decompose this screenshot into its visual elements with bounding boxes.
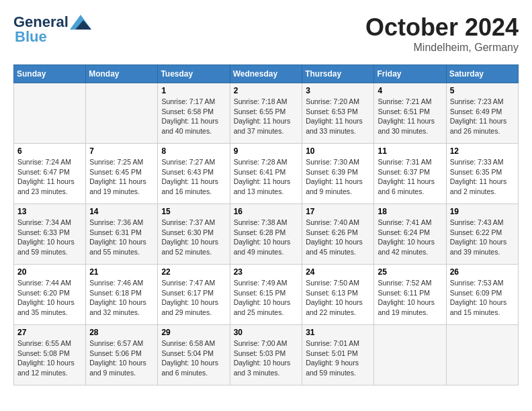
day-number: 6 bbox=[17, 146, 82, 156]
day-cell: 26Sunrise: 7:53 AMSunset: 6:09 PMDayligh… bbox=[446, 265, 518, 325]
day-detail: Sunrise: 7:52 AMSunset: 6:11 PMDaylight:… bbox=[378, 278, 442, 318]
day-cell: 19Sunrise: 7:43 AMSunset: 6:22 PMDayligh… bbox=[446, 204, 518, 265]
day-detail: Sunrise: 7:28 AMSunset: 6:41 PMDaylight:… bbox=[234, 157, 299, 197]
page-header: General Blue October 2024 Mindelheim, Ge… bbox=[13, 13, 519, 54]
day-number: 1 bbox=[161, 86, 226, 95]
day-detail: Sunrise: 7:41 AMSunset: 6:24 PMDaylight:… bbox=[378, 218, 442, 257]
day-number: 22 bbox=[161, 267, 226, 277]
day-cell: 21Sunrise: 7:46 AMSunset: 6:18 PMDayligh… bbox=[86, 265, 158, 325]
day-detail: Sunrise: 7:01 AMSunset: 5:01 PMDaylight:… bbox=[306, 338, 370, 378]
col-header-wednesday: Wednesday bbox=[230, 65, 302, 83]
col-header-tuesday: Tuesday bbox=[158, 65, 230, 83]
day-number: 31 bbox=[306, 328, 370, 337]
day-number: 9 bbox=[234, 146, 299, 156]
col-header-thursday: Thursday bbox=[302, 65, 374, 83]
day-cell: 8Sunrise: 7:27 AMSunset: 6:43 PMDaylight… bbox=[158, 144, 230, 204]
day-number: 15 bbox=[161, 207, 226, 216]
day-cell: 24Sunrise: 7:50 AMSunset: 6:13 PMDayligh… bbox=[302, 265, 374, 325]
day-number: 5 bbox=[450, 86, 515, 95]
col-header-saturday: Saturday bbox=[446, 65, 518, 83]
day-detail: Sunrise: 7:20 AMSunset: 6:53 PMDaylight:… bbox=[306, 97, 370, 136]
week-row-3: 13Sunrise: 7:34 AMSunset: 6:33 PMDayligh… bbox=[14, 204, 519, 265]
location: Mindelheim, Germany bbox=[365, 42, 519, 54]
day-cell: 22Sunrise: 7:47 AMSunset: 6:17 PMDayligh… bbox=[158, 265, 230, 325]
day-cell: 20Sunrise: 7:44 AMSunset: 6:20 PMDayligh… bbox=[14, 265, 86, 325]
day-detail: Sunrise: 7:34 AMSunset: 6:33 PMDaylight:… bbox=[17, 218, 82, 257]
logo-blue: Blue bbox=[13, 28, 47, 46]
week-row-1: 1Sunrise: 7:17 AMSunset: 6:58 PMDaylight… bbox=[14, 83, 519, 144]
day-number: 26 bbox=[450, 267, 515, 277]
day-detail: Sunrise: 7:31 AMSunset: 6:37 PMDaylight:… bbox=[378, 157, 442, 197]
day-detail: Sunrise: 7:38 AMSunset: 6:28 PMDaylight:… bbox=[234, 218, 299, 257]
day-cell: 18Sunrise: 7:41 AMSunset: 6:24 PMDayligh… bbox=[374, 204, 446, 265]
day-number: 23 bbox=[234, 267, 299, 277]
col-header-friday: Friday bbox=[374, 65, 446, 83]
day-cell: 15Sunrise: 7:37 AMSunset: 6:30 PMDayligh… bbox=[158, 204, 230, 265]
day-cell: 13Sunrise: 7:34 AMSunset: 6:33 PMDayligh… bbox=[14, 204, 86, 265]
day-cell: 25Sunrise: 7:52 AMSunset: 6:11 PMDayligh… bbox=[374, 265, 446, 325]
col-header-sunday: Sunday bbox=[14, 65, 86, 83]
day-number: 7 bbox=[89, 146, 154, 156]
day-cell: 5Sunrise: 7:23 AMSunset: 6:49 PMDaylight… bbox=[446, 83, 518, 144]
day-number: 16 bbox=[234, 207, 299, 216]
day-detail: Sunrise: 7:44 AMSunset: 6:20 PMDaylight:… bbox=[17, 278, 82, 318]
day-cell: 14Sunrise: 7:36 AMSunset: 6:31 PMDayligh… bbox=[86, 204, 158, 265]
day-cell: 3Sunrise: 7:20 AMSunset: 6:53 PMDaylight… bbox=[302, 83, 374, 144]
day-number: 17 bbox=[306, 207, 370, 216]
logo-icon bbox=[70, 15, 91, 30]
day-detail: Sunrise: 7:53 AMSunset: 6:09 PMDaylight:… bbox=[450, 278, 515, 318]
day-detail: Sunrise: 7:37 AMSunset: 6:30 PMDaylight:… bbox=[161, 218, 226, 257]
day-number: 27 bbox=[17, 328, 82, 337]
day-number: 30 bbox=[234, 328, 299, 337]
day-number: 2 bbox=[234, 86, 299, 95]
week-row-5: 27Sunrise: 6:55 AMSunset: 5:08 PMDayligh… bbox=[14, 325, 519, 385]
day-number: 24 bbox=[306, 267, 370, 277]
day-number: 19 bbox=[450, 207, 515, 216]
day-detail: Sunrise: 7:17 AMSunset: 6:58 PMDaylight:… bbox=[161, 97, 226, 136]
day-detail: Sunrise: 7:50 AMSunset: 6:13 PMDaylight:… bbox=[306, 278, 370, 318]
day-detail: Sunrise: 7:30 AMSunset: 6:39 PMDaylight:… bbox=[306, 157, 370, 197]
day-detail: Sunrise: 7:47 AMSunset: 6:17 PMDaylight:… bbox=[161, 278, 226, 318]
day-detail: Sunrise: 7:49 AMSunset: 6:15 PMDaylight:… bbox=[234, 278, 299, 318]
day-number: 21 bbox=[89, 267, 154, 277]
day-detail: Sunrise: 7:27 AMSunset: 6:43 PMDaylight:… bbox=[161, 157, 226, 197]
day-number: 12 bbox=[450, 146, 515, 156]
header-row: SundayMondayTuesdayWednesdayThursdayFrid… bbox=[14, 65, 519, 83]
day-detail: Sunrise: 6:57 AMSunset: 5:06 PMDaylight:… bbox=[89, 338, 154, 378]
day-cell: 7Sunrise: 7:25 AMSunset: 6:45 PMDaylight… bbox=[86, 144, 158, 204]
day-detail: Sunrise: 7:43 AMSunset: 6:22 PMDaylight:… bbox=[450, 218, 515, 257]
day-cell: 11Sunrise: 7:31 AMSunset: 6:37 PMDayligh… bbox=[374, 144, 446, 204]
day-cell: 28Sunrise: 6:57 AMSunset: 5:06 PMDayligh… bbox=[86, 325, 158, 385]
day-number: 13 bbox=[17, 207, 82, 216]
day-cell bbox=[446, 325, 518, 385]
day-number: 28 bbox=[89, 328, 154, 337]
day-cell: 6Sunrise: 7:24 AMSunset: 6:47 PMDaylight… bbox=[14, 144, 86, 204]
title-block: October 2024 Mindelheim, Germany bbox=[365, 13, 519, 54]
day-cell: 2Sunrise: 7:18 AMSunset: 6:55 PMDaylight… bbox=[230, 83, 302, 144]
day-number: 29 bbox=[161, 328, 226, 337]
day-cell: 16Sunrise: 7:38 AMSunset: 6:28 PMDayligh… bbox=[230, 204, 302, 265]
day-detail: Sunrise: 6:55 AMSunset: 5:08 PMDaylight:… bbox=[17, 338, 82, 378]
week-row-4: 20Sunrise: 7:44 AMSunset: 6:20 PMDayligh… bbox=[14, 265, 519, 325]
calendar-table: SundayMondayTuesdayWednesdayThursdayFrid… bbox=[13, 64, 519, 385]
day-detail: Sunrise: 7:25 AMSunset: 6:45 PMDaylight:… bbox=[89, 157, 154, 197]
day-cell: 12Sunrise: 7:33 AMSunset: 6:35 PMDayligh… bbox=[446, 144, 518, 204]
day-cell: 10Sunrise: 7:30 AMSunset: 6:39 PMDayligh… bbox=[302, 144, 374, 204]
day-detail: Sunrise: 7:00 AMSunset: 5:03 PMDaylight:… bbox=[234, 338, 299, 378]
day-detail: Sunrise: 7:18 AMSunset: 6:55 PMDaylight:… bbox=[234, 97, 299, 136]
day-number: 14 bbox=[89, 207, 154, 216]
day-cell: 1Sunrise: 7:17 AMSunset: 6:58 PMDaylight… bbox=[158, 83, 230, 144]
day-cell: 23Sunrise: 7:49 AMSunset: 6:15 PMDayligh… bbox=[230, 265, 302, 325]
day-cell: 29Sunrise: 6:58 AMSunset: 5:04 PMDayligh… bbox=[158, 325, 230, 385]
day-detail: Sunrise: 7:33 AMSunset: 6:35 PMDaylight:… bbox=[450, 157, 515, 197]
day-cell: 27Sunrise: 6:55 AMSunset: 5:08 PMDayligh… bbox=[14, 325, 86, 385]
day-cell: 30Sunrise: 7:00 AMSunset: 5:03 PMDayligh… bbox=[230, 325, 302, 385]
day-detail: Sunrise: 7:36 AMSunset: 6:31 PMDaylight:… bbox=[89, 218, 154, 257]
day-detail: Sunrise: 7:40 AMSunset: 6:26 PMDaylight:… bbox=[306, 218, 370, 257]
day-detail: Sunrise: 7:46 AMSunset: 6:18 PMDaylight:… bbox=[89, 278, 154, 318]
day-cell: 17Sunrise: 7:40 AMSunset: 6:26 PMDayligh… bbox=[302, 204, 374, 265]
day-number: 4 bbox=[378, 86, 442, 95]
day-number: 8 bbox=[161, 146, 226, 156]
day-number: 3 bbox=[306, 86, 370, 95]
day-number: 10 bbox=[306, 146, 370, 156]
